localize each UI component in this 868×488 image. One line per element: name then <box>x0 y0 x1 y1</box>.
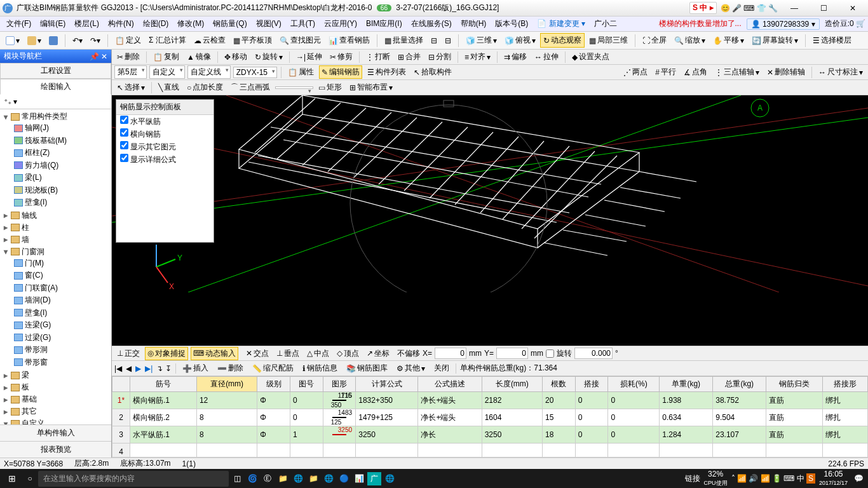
selectfloor-button[interactable]: ☰ 选择楼层 <box>810 33 855 48</box>
notification-icon[interactable]: 💬 <box>851 474 865 483</box>
rect-button[interactable]: ▭ 矩形 <box>316 81 344 94</box>
tree-colgrp[interactable]: ▸柱 <box>0 222 111 234</box>
complist-button[interactable]: ☰ 构件列表 <box>365 65 409 79</box>
pointangle-button[interactable]: ∡ 点角 <box>681 65 710 79</box>
tree-linkbeam[interactable]: 连梁(G) <box>11 319 111 332</box>
save-button[interactable] <box>46 34 61 47</box>
move-button[interactable]: ✥ 移动 <box>222 50 250 64</box>
osnap-toggle[interactable]: ◎ 对象捕捉 <box>145 347 188 360</box>
cross-toggle[interactable]: ✕ 交点 <box>243 347 271 360</box>
app-icon-9[interactable]: 广 <box>367 472 381 485</box>
prop-button[interactable]: 📋 属性 <box>285 65 316 79</box>
start-button[interactable]: ⊞ <box>3 473 22 484</box>
menu-help[interactable]: 帮助(H) <box>457 17 491 30</box>
menu-floor[interactable]: 楼层(L) <box>71 17 103 30</box>
tnav-prev[interactable]: ◀ <box>126 364 132 373</box>
offset-select[interactable]: 不偏移 <box>397 348 420 359</box>
tree-axis[interactable]: 轴网(J) <box>11 122 111 135</box>
cloudcheck-button[interactable]: ☁ 云检查 <box>191 33 229 48</box>
stretch-button[interactable]: ↔ 拉伸 <box>532 50 561 64</box>
taskview-icon[interactable]: ◫ <box>230 474 244 483</box>
tab-project[interactable]: 工程设置 <box>0 63 111 79</box>
cat-select[interactable]: 自定义 <box>149 65 185 79</box>
tree-niche2[interactable]: 壁龛(I) <box>11 307 111 320</box>
menu-component[interactable]: 构件(N) <box>104 17 138 30</box>
y-input[interactable] <box>496 348 528 359</box>
align-button[interactable]: ≡ 对齐 ▾ <box>462 50 493 64</box>
maximize-button[interactable]: ☐ <box>811 1 836 15</box>
menu-online[interactable]: 在线服务(S) <box>407 17 456 30</box>
merge-button[interactable]: ⊞ 合并 <box>395 50 423 64</box>
find-button[interactable]: 🔍 查找图元 <box>276 33 324 48</box>
break-button[interactable]: ⋮ 打断 <box>363 50 393 64</box>
app-icon-10[interactable]: 🌐 <box>383 474 397 483</box>
code-select[interactable]: ZDYX-15 <box>233 67 277 78</box>
tree-axisgrp[interactable]: ▸轴线 <box>0 210 111 222</box>
notification-link[interactable]: 楼梯的构件数量增加了... <box>659 18 742 29</box>
top-button[interactable]: 🧊 俯视 ▾ <box>501 33 539 48</box>
app-icon-3[interactable]: 📁 <box>276 474 290 483</box>
app-icon-1[interactable]: 🌀 <box>245 474 259 483</box>
app-icon-7[interactable]: 🔵 <box>337 474 351 483</box>
ime-icon[interactable]: 😊 🎤 ⌨ 👕 🔧 <box>721 4 778 13</box>
app-icon-6[interactable]: 🌐 <box>322 474 336 483</box>
menu-file[interactable]: 文件(F) <box>3 17 35 30</box>
end-toggle[interactable]: ◇ 顶点 <box>334 347 362 360</box>
cortana-icon[interactable]: ○ <box>23 474 37 483</box>
ptlen-button[interactable]: ○ 点加长度 <box>184 81 226 94</box>
pin-icon[interactable]: 📌 ✕ <box>90 52 107 61</box>
minimize-button[interactable]: — <box>782 1 807 15</box>
app-icon-4[interactable]: 🌐 <box>291 474 305 483</box>
orbit-button[interactable]: ↻ 动态观察 <box>540 33 585 48</box>
zoom-button[interactable]: 🔍 缩放 ▾ <box>671 33 709 48</box>
app-icon-8[interactable]: 📊 <box>352 474 366 483</box>
chk-formula[interactable]: 显示详细公式 <box>116 153 214 166</box>
offset-button[interactable]: ⇉ 偏移 <box>501 50 529 64</box>
tree-wallhole[interactable]: 墙洞(D) <box>11 294 111 307</box>
pan-button[interactable]: ✋ 平移 ▾ <box>710 33 747 48</box>
x-input[interactable] <box>435 348 466 359</box>
rotate-button[interactable]: ↻ 旋转 ▾ <box>252 50 285 64</box>
next-icon[interactable]: ⊟ <box>442 34 454 47</box>
chk-hrebar[interactable]: 水平纵筋 <box>116 115 214 128</box>
tree-doorwin[interactable]: 门联窗(A) <box>11 282 111 295</box>
screenrot-button[interactable]: 🔄 屏幕旋转 ▾ <box>749 33 801 48</box>
other-button[interactable]: ⚙ 其他 ▾ <box>394 362 428 375</box>
menu-edit[interactable]: 编辑(E) <box>36 17 69 30</box>
redo-button[interactable]: ↷▾ <box>87 34 104 47</box>
coord-button[interactable]: ↗ 坐标 <box>364 347 392 360</box>
prev-icon[interactable]: ⊟ <box>428 34 440 47</box>
viewport[interactable]: 钢筋显示控制面板 水平纵筋 横向钢筋 显示其它图元 显示详细公式 <box>112 95 868 346</box>
rot-input[interactable] <box>574 348 613 359</box>
arc-dd[interactable] <box>275 86 313 89</box>
aux-button[interactable]: ⋮ 三点辅轴 ▾ <box>712 65 762 79</box>
tree-shearwall[interactable]: 剪力墙(Q) <box>11 159 111 172</box>
perp-toggle[interactable]: ⊥ 垂点 <box>274 347 302 360</box>
close-table-button[interactable]: 关闭 <box>431 362 452 375</box>
floor-select[interactable]: 第5层 <box>114 65 147 79</box>
tree-beamgrp[interactable]: ▸梁 <box>0 369 111 381</box>
menu-modify[interactable]: 修改(M) <box>173 17 208 30</box>
chk-vrebar[interactable]: 横向钢筋 <box>116 128 214 140</box>
close-button[interactable]: ✕ <box>840 1 865 15</box>
dynin-toggle[interactable]: ⌨ 动态输入 <box>191 347 238 360</box>
subcat-select[interactable]: 自定义线 <box>187 65 231 79</box>
line-button[interactable]: ╲ 直线 <box>156 81 182 94</box>
menu-draw[interactable]: 绘图(D) <box>139 17 173 30</box>
steelinfo-button[interactable]: ℹ 钢筋信息 <box>300 362 340 375</box>
twopoint-button[interactable]: ⋰ 两点 <box>621 65 650 79</box>
tnav-last[interactable]: ▶| <box>145 364 153 373</box>
dim-button[interactable]: ↔ 尺寸标注 ▾ <box>816 65 865 79</box>
tree-wallgrp[interactable]: ▸墙 <box>0 234 111 246</box>
scale-button[interactable]: 📏 缩尺配筋 <box>250 362 296 375</box>
clock[interactable]: 16:052017/12/17 <box>819 470 848 487</box>
tree-window[interactable]: 窗(C) <box>11 269 111 282</box>
trim-button[interactable]: ✂ 修剪 <box>327 50 355 64</box>
tree-striphole[interactable]: 带形洞 <box>11 344 111 356</box>
tray-icons[interactable]: ˄ 📶 🔊 📶 🔋 ⌨ 中 S <box>731 473 815 484</box>
3d-button[interactable]: 🧊 三维 ▾ <box>463 33 500 48</box>
delete-row-button[interactable]: ➖ 删除 <box>215 362 246 375</box>
delaux-button[interactable]: ✕ 删除辅轴 <box>764 65 808 79</box>
mid-toggle[interactable]: △ 中点 <box>304 347 332 360</box>
report-preview-button[interactable]: 报表预览 <box>0 441 111 458</box>
